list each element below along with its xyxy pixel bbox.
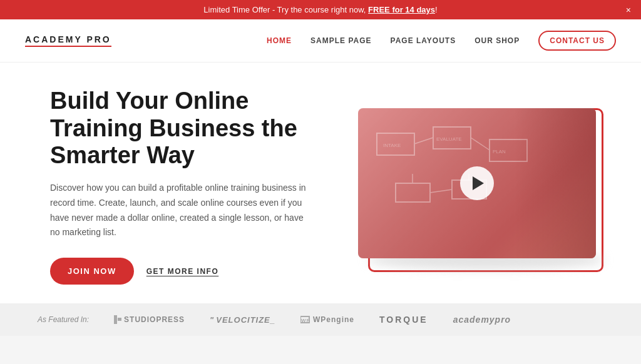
studiopress-icon	[114, 315, 121, 324]
svg-line-9	[430, 190, 452, 193]
featured-logos: STUDIOPRESS "VELOCITIZE_ WP WPengine TOR…	[114, 315, 603, 325]
nav-sample-page[interactable]: SAMPLE PAGE	[310, 36, 371, 45]
featured-bar: As Featured In: STUDIOPRESS "VELOCITIZE_…	[0, 303, 641, 336]
banner-link[interactable]: FREE for 14 days	[368, 5, 435, 14]
svg-rect-13	[114, 315, 117, 324]
hero-content: Build Your Online Training Business the …	[50, 88, 313, 285]
hero-video-area: INTAKE EVALUATE PLAN	[338, 108, 616, 265]
close-icon[interactable]: ×	[626, 5, 631, 15]
nav-page-layouts[interactable]: PAGE LAYOUTS	[391, 36, 456, 45]
svg-rect-5	[396, 183, 430, 202]
site-logo[interactable]: ACADEMY PRO	[25, 34, 111, 47]
hero-body: Discover how you can build a profitable …	[50, 181, 313, 240]
navbar: ACADEMY PRO HOME SAMPLE PAGE PAGE LAYOUT…	[0, 19, 641, 63]
svg-rect-14	[118, 318, 121, 321]
logo-studiopress: STUDIOPRESS	[114, 315, 185, 324]
play-icon	[473, 176, 484, 190]
logo-academypro: academypro	[453, 315, 511, 325]
hero-section: Build Your Online Training Business the …	[0, 63, 641, 303]
nav-our-shop[interactable]: OUR SHOP	[474, 36, 520, 45]
promo-banner: Limited Time Offer - Try the course righ…	[0, 0, 641, 19]
join-now-button[interactable]: JOIN NOW	[50, 258, 134, 285]
video-thumbnail: INTAKE EVALUATE PLAN	[358, 108, 596, 258]
hero-buttons: JOIN NOW GET MORE INFO	[50, 258, 313, 285]
svg-text:EVALUATE: EVALUATE	[436, 136, 462, 142]
logo-torque: TORQUE	[379, 315, 428, 325]
svg-line-4	[471, 138, 490, 150]
svg-text:WP: WP	[301, 318, 310, 323]
get-more-info-button[interactable]: GET MORE INFO	[146, 267, 219, 276]
svg-line-3	[414, 138, 433, 144]
wpengine-icon: WP	[300, 315, 310, 324]
logo-velocitize: "VELOCITIZE_	[210, 315, 275, 325]
featured-label: As Featured In:	[38, 315, 89, 324]
svg-text:PLAN: PLAN	[493, 149, 506, 154]
nav-home[interactable]: HOME	[267, 36, 292, 45]
nav-links: HOME SAMPLE PAGE PAGE LAYOUTS OUR SHOP C…	[267, 31, 616, 51]
banner-text: Limited Time Offer - Try the course righ…	[203, 5, 437, 14]
logo-wpengine: WP WPengine	[300, 315, 354, 324]
svg-text:INTAKE: INTAKE	[383, 143, 401, 148]
play-button[interactable]	[460, 166, 494, 200]
hero-headline: Build Your Online Training Business the …	[50, 88, 313, 169]
contact-us-button[interactable]: CONTACT US	[538, 31, 616, 51]
